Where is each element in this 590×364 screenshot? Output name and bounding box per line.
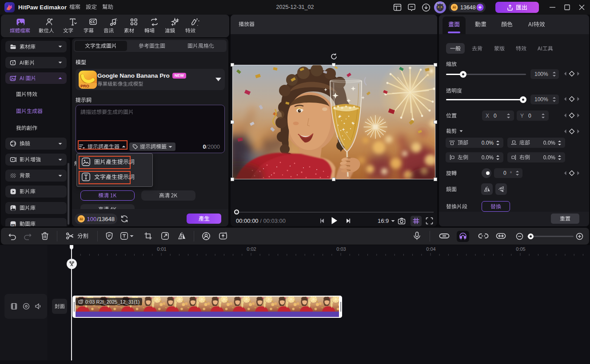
svg-text:0:03: 0:03	[336, 246, 346, 252]
svg-text:AI: AI	[80, 217, 83, 221]
svg-text:0:01: 0:01	[157, 246, 166, 252]
svg-text:0:02: 0:02	[247, 246, 256, 252]
svg-text:AI: AI	[453, 5, 456, 9]
svg-text:PRO: PRO	[80, 84, 89, 88]
svg-text:0:04: 0:04	[426, 246, 435, 252]
svg-text:GIF: GIF	[12, 225, 15, 226]
svg-text:0:05: 0:05	[516, 246, 525, 252]
